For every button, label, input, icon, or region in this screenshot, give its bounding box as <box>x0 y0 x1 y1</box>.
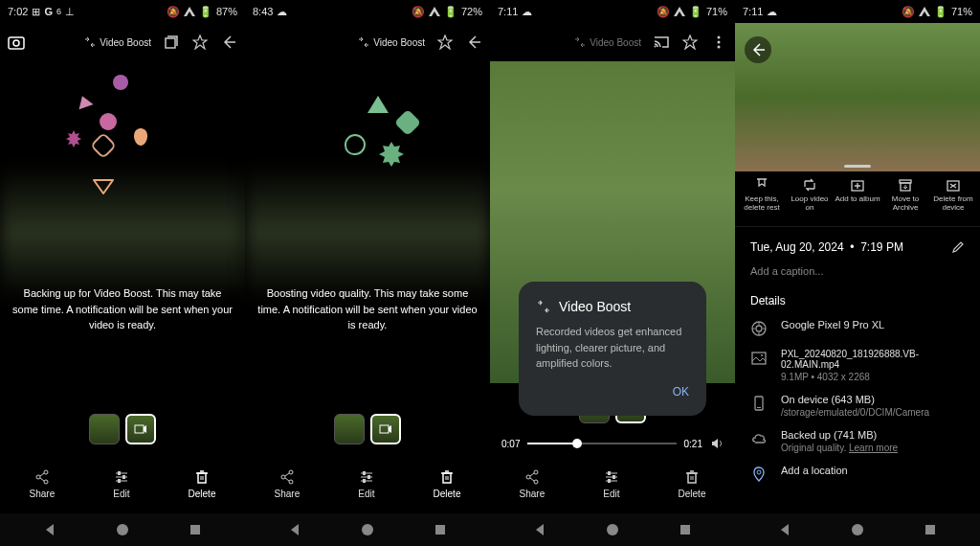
svg-point-24 <box>718 36 721 39</box>
datetime-row: Tue, Aug 20, 2024 • 7:19 PM <box>750 240 965 254</box>
svg-rect-20 <box>443 473 451 483</box>
star-icon[interactable] <box>191 34 209 51</box>
svg-rect-2 <box>166 38 175 48</box>
caption-input[interactable]: Add a caption... <box>750 265 965 277</box>
top-bar: Video Boost <box>490 23 735 61</box>
duration: 0:21 <box>684 439 702 449</box>
thumbnails <box>334 414 401 444</box>
svg-point-27 <box>534 470 538 474</box>
nav-home-icon[interactable] <box>360 522 375 537</box>
thumbnail[interactable] <box>334 414 365 444</box>
volume-icon[interactable] <box>710 437 724 450</box>
status-message: Boosting video quality. This may take so… <box>245 285 490 333</box>
video-boost-button[interactable]: Video Boost <box>358 36 425 48</box>
nav-home-icon[interactable] <box>850 522 865 537</box>
edit-button[interactable]: Edit <box>603 469 619 499</box>
svg-point-6 <box>44 480 48 484</box>
bottom-actions: Share Edit Delete <box>245 454 490 513</box>
android-nav <box>490 513 735 546</box>
more-icon[interactable] <box>710 34 727 51</box>
top-bar: Video Boost <box>0 23 245 61</box>
gallery-icon[interactable] <box>163 34 180 51</box>
svg-rect-9 <box>118 479 121 483</box>
svg-point-5 <box>36 475 40 479</box>
share-button[interactable]: Share <box>30 469 56 499</box>
nav-recent-icon[interactable] <box>923 522 938 537</box>
star-icon[interactable] <box>436 34 454 51</box>
nav-recent-icon[interactable] <box>433 522 448 537</box>
back-button[interactable] <box>745 36 771 63</box>
svg-point-15 <box>281 475 285 479</box>
nav-back-icon[interactable] <box>42 522 57 537</box>
svg-point-34 <box>607 524 618 535</box>
svg-rect-22 <box>435 525 445 535</box>
camera-icon[interactable] <box>8 34 25 51</box>
share-button[interactable]: Share <box>275 469 301 499</box>
svg-rect-18 <box>368 475 370 479</box>
nav-recent-icon[interactable] <box>188 522 203 537</box>
svg-point-44 <box>761 354 763 356</box>
status-bar: 8:43☁ 🔕🔋72% <box>245 0 490 23</box>
edit-button[interactable]: Edit <box>113 469 129 499</box>
status-message: Backing up for Video Boost. This may tak… <box>0 285 245 333</box>
top-bar: Video Boost <box>245 23 490 61</box>
status-bar: 7:02⊞G6⊥ 🔕🔋87% <box>0 0 245 23</box>
nav-home-icon[interactable] <box>115 522 130 537</box>
delete-button[interactable]: Delete <box>679 469 706 499</box>
back-icon[interactable] <box>465 34 482 51</box>
delete-button[interactable]: Delete <box>434 469 461 499</box>
bottom-actions: Share Edit Delete <box>0 454 245 513</box>
dialog-title: Video Boost <box>536 299 689 314</box>
svg-rect-19 <box>363 479 366 483</box>
ok-button[interactable]: OK <box>536 385 689 398</box>
android-nav <box>0 513 245 546</box>
thumbnail-selected[interactable] <box>370 414 401 444</box>
svg-point-48 <box>852 524 863 535</box>
back-icon[interactable] <box>220 34 237 51</box>
loop-chip[interactable]: Loop video on <box>787 177 833 220</box>
delete-device-chip[interactable]: Delete from device <box>930 177 976 220</box>
nav-home-icon[interactable] <box>605 522 620 537</box>
android-nav <box>735 513 980 546</box>
video-boost-button[interactable]: Video Boost <box>84 36 151 48</box>
svg-rect-35 <box>680 525 690 535</box>
dialog-body: Recorded videos get enhanced lighting, c… <box>536 324 689 372</box>
svg-rect-3 <box>135 425 144 433</box>
svg-point-23 <box>655 46 657 48</box>
svg-rect-49 <box>925 525 935 535</box>
share-button[interactable]: Share <box>520 469 546 499</box>
svg-rect-33 <box>688 473 696 483</box>
status-bar: 7:11☁ 🔕🔋71% <box>735 0 980 23</box>
svg-point-1 <box>13 40 19 46</box>
edit-pencil-icon[interactable] <box>951 240 965 254</box>
svg-rect-46 <box>757 407 761 408</box>
nav-back-icon[interactable] <box>532 522 547 537</box>
album-chip[interactable]: Add to album <box>835 177 880 220</box>
info-section: Tue, Aug 20, 2024 • 7:19 PM Add a captio… <box>735 227 980 496</box>
thumbnail[interactable] <box>89 414 120 444</box>
cast-icon[interactable] <box>653 34 670 51</box>
archive-chip[interactable]: Move to Archive <box>882 177 928 220</box>
svg-point-28 <box>526 475 530 479</box>
edit-button[interactable]: Edit <box>358 469 374 499</box>
nav-back-icon[interactable] <box>777 522 792 537</box>
bottom-actions: Share Edit Delete <box>490 454 735 513</box>
video-boost-button[interactable]: Video Boost <box>574 36 641 48</box>
action-chips: Keep this, delete rest Loop video on Add… <box>735 171 980 227</box>
learn-more-link[interactable]: Learn more <box>849 443 898 453</box>
svg-point-26 <box>718 46 721 49</box>
svg-point-11 <box>117 524 128 535</box>
keep-chip[interactable]: Keep this, delete rest <box>739 177 785 220</box>
location-row[interactable]: Add a location <box>750 465 965 483</box>
nav-back-icon[interactable] <box>287 522 302 537</box>
nav-recent-icon[interactable] <box>678 522 693 537</box>
svg-rect-31 <box>612 475 615 479</box>
star-icon[interactable] <box>681 34 699 51</box>
svg-rect-7 <box>118 471 121 475</box>
thumbnail-selected[interactable] <box>125 414 156 444</box>
video-progress[interactable]: 0:07 0:21 <box>490 437 735 450</box>
photo-preview <box>735 23 980 171</box>
svg-point-4 <box>44 470 48 474</box>
delete-button[interactable]: Delete <box>189 469 216 499</box>
svg-rect-10 <box>198 473 206 483</box>
